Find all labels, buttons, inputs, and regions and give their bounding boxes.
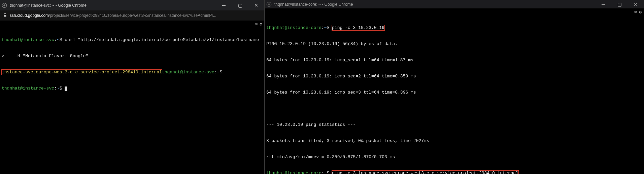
left-address-bar[interactable]: ssh.cloud.google.com/projects/service-pr… — [0, 10, 264, 21]
keyboard-icon[interactable]: ⌨ — [634, 10, 637, 15]
terminal-line: 64 bytes from 10.23.0.19: icmp_seq=1 ttl… — [266, 58, 642, 63]
terminal-line: thqnhat@instance-core:~$ ping -c 3 10.23… — [266, 25, 642, 31]
url-text: ssh.cloud.google.com/projects/service-pr… — [10, 13, 216, 18]
terminal-line: > -H "Metadata-Flavor: Google" — [2, 54, 263, 59]
terminal-line: --- 10.23.0.19 ping statistics --- — [266, 122, 642, 128]
left-terminal[interactable]: ⌨ ⚙ thqnhat@instance-svc:~$ curl "http:/… — [0, 21, 264, 174]
minimize-button[interactable]: ─ — [597, 0, 610, 8]
terminal-line: 64 bytes from 10.23.0.19: icmp_seq=2 ttl… — [266, 74, 642, 79]
right-window: thqnhat@instance-core: ~ - Google Chrome… — [265, 0, 644, 174]
terminal-line: thqnhat@instance-core:~$ ping -c 3 insta… — [266, 171, 642, 174]
highlighted-command: ping -c 3 10.23.0.19 — [332, 25, 384, 30]
window-title: thqnhat@instance-svc: ~ - Google Chrome — [10, 3, 87, 8]
terminal-line: rtt min/avg/max/mdev = 0.359/0.875/1.870… — [266, 154, 642, 160]
chrome-icon — [266, 2, 272, 7]
terminal-line: thqnhat@instance-svc:~$ curl "http://met… — [2, 37, 263, 43]
highlighted-command: ping -c 3 instance-svc.europe-west3-c.c.… — [332, 171, 518, 174]
close-button[interactable]: ✕ — [629, 0, 642, 8]
terminal-controls: ⌨ ⚙ — [634, 10, 642, 15]
left-titlebar[interactable]: thqnhat@instance-svc: ~ - Google Chrome … — [0, 0, 264, 10]
close-button[interactable]: ✕ — [249, 1, 263, 9]
terminal-line: 3 packets transmitted, 3 received, 0% pa… — [266, 138, 642, 144]
svg-point-3 — [268, 3, 270, 5]
left-window: thqnhat@instance-svc: ~ - Google Chrome … — [0, 0, 265, 174]
maximize-button[interactable]: ▢ — [233, 1, 247, 9]
keyboard-icon[interactable]: ⌨ — [255, 22, 258, 27]
terminal-line: PING 10.23.0.19 (10.23.0.19) 56(84) byte… — [266, 41, 642, 47]
chrome-icon — [2, 3, 7, 8]
gear-icon[interactable]: ⚙ — [639, 10, 642, 15]
terminal-controls: ⌨ ⚙ — [255, 22, 262, 27]
maximize-button[interactable]: ▢ — [613, 0, 626, 8]
terminal-line: thqnhat@instance-svc:~$ — [2, 86, 263, 91]
minimize-button[interactable]: ─ — [217, 1, 231, 9]
right-terminal[interactable]: ⌨ ⚙ thqnhat@instance-core:~$ ping -c 3 1… — [265, 8, 644, 174]
gear-icon[interactable]: ⚙ — [260, 22, 262, 27]
terminal-line — [266, 106, 642, 111]
window-title: thqnhat@instance-core: ~ - Google Chrome — [274, 2, 353, 7]
lock-icon — [3, 13, 8, 18]
highlighted-hostname: instance-svc.europe-west3-c.c.service-pr… — [2, 70, 162, 75]
right-titlebar[interactable]: thqnhat@instance-core: ~ - Google Chrome… — [265, 0, 644, 8]
terminal-line: 64 bytes from 10.23.0.19: icmp_seq=3 ttl… — [266, 90, 642, 95]
cursor — [65, 86, 67, 91]
svg-point-1 — [3, 4, 5, 6]
terminal-line: instance-svc.europe-west3-c.c.service-pr… — [2, 70, 263, 75]
